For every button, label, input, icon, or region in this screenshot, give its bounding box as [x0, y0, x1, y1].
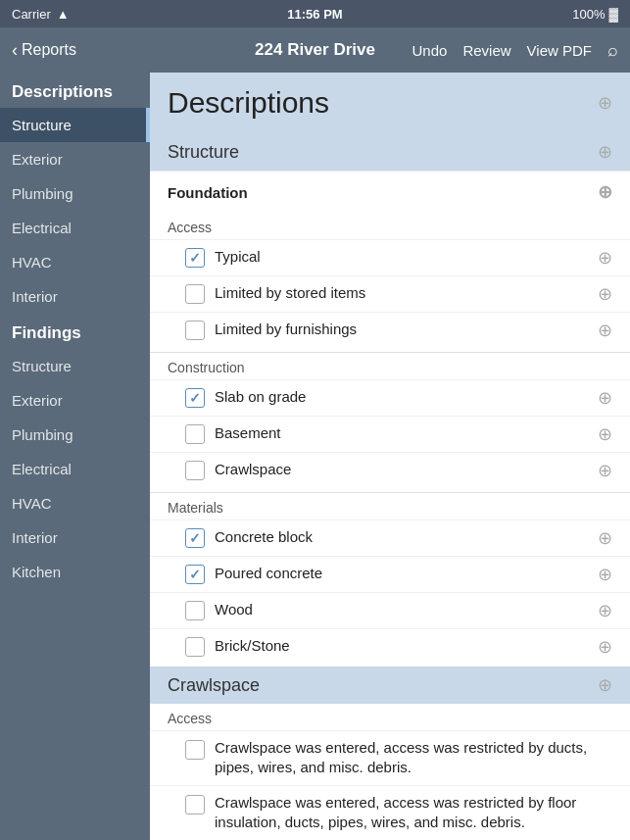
- subsection-foundation-label: Foundation: [168, 184, 248, 201]
- sidebar-item-electrical-find[interactable]: Electrical: [0, 452, 150, 486]
- sidebar: Descriptions Structure Exterior Plumbing…: [0, 73, 150, 840]
- sidebar-item-label: Plumbing: [12, 426, 73, 443]
- list-item: Limited by stored items ⊕: [150, 275, 630, 312]
- list-item: Slab on grade ⊕: [150, 379, 630, 416]
- status-bar-right: 100% ▓: [572, 7, 618, 22]
- list-item: Limited by furnishings ⊕: [150, 312, 630, 348]
- list-item: Poured concrete ⊕: [150, 556, 630, 592]
- sidebar-item-kitchen-find[interactable]: Kitchen: [0, 555, 150, 589]
- group-construction-label: Construction: [150, 352, 630, 379]
- checkbox-crawlspace-construction[interactable]: [185, 461, 205, 480]
- checkbox-label-basement: Basement: [215, 423, 281, 443]
- checkbox-typical[interactable]: [185, 248, 205, 268]
- subsection-crawlspace-plus-icon[interactable]: ⊕: [598, 674, 612, 696]
- undo-button[interactable]: Undo: [412, 42, 448, 59]
- content-header-plus-icon[interactable]: ⊕: [598, 92, 612, 114]
- sidebar-item-interior-find[interactable]: Interior: [0, 520, 150, 555]
- checkbox-label-crawlspace-access-2: Crawlspace was entered, access was restr…: [215, 793, 612, 833]
- item-wood-plus-icon[interactable]: ⊕: [598, 600, 612, 621]
- checkbox-label-typical: Typical: [215, 247, 261, 267]
- sidebar-item-plumbing-find[interactable]: Plumbing: [0, 418, 150, 452]
- sidebar-item-label: Structure: [12, 117, 72, 133]
- main-layout: Descriptions Structure Exterior Plumbing…: [0, 73, 630, 840]
- checkbox-label-limited-furnishings: Limited by furnishings: [215, 320, 357, 339]
- status-bar: Carrier ▲ 11:56 PM 100% ▓: [0, 0, 630, 27]
- checkbox-label-slab-on-grade: Slab on grade: [215, 387, 306, 407]
- sidebar-item-structure-find[interactable]: Structure: [0, 349, 150, 383]
- item-brick-stone-plus-icon[interactable]: ⊕: [598, 636, 612, 658]
- sidebar-item-label: Exterior: [12, 151, 63, 168]
- list-item: Crawlspace ⊕: [150, 452, 630, 488]
- checkbox-limited-furnishings[interactable]: [185, 321, 205, 340]
- sidebar-item-structure-desc[interactable]: Structure: [0, 108, 150, 142]
- list-item: Concrete block ⊕: [150, 519, 630, 556]
- item-concrete-block-plus-icon[interactable]: ⊕: [598, 527, 612, 549]
- review-button[interactable]: Review: [462, 42, 510, 59]
- sidebar-section-descriptions[interactable]: Descriptions: [0, 73, 150, 108]
- checkbox-label-poured-concrete: Poured concrete: [215, 564, 322, 583]
- sidebar-item-label: Electrical: [12, 220, 72, 236]
- sidebar-item-label: Interior: [12, 529, 58, 546]
- back-button[interactable]: ‹ Reports: [12, 40, 76, 61]
- nav-bar: ‹ Reports 224 River Drive Undo Review Vi…: [0, 27, 630, 73]
- sidebar-item-label: Interior: [12, 288, 58, 305]
- list-item: Crawlspace was entered, access was restr…: [150, 785, 630, 840]
- section-structure-plus-icon[interactable]: ⊕: [598, 141, 612, 163]
- item-limited-stored-plus-icon[interactable]: ⊕: [598, 283, 612, 305]
- list-item: Typical ⊕: [150, 239, 630, 275]
- sidebar-item-exterior-find[interactable]: Exterior: [0, 383, 150, 418]
- sidebar-item-label: HVAC: [12, 495, 52, 512]
- view-pdf-button[interactable]: View PDF: [527, 42, 592, 59]
- content-header: Descriptions ⊕: [150, 73, 630, 133]
- sidebar-item-hvac-find[interactable]: HVAC: [0, 486, 150, 520]
- item-basement-plus-icon[interactable]: ⊕: [598, 423, 612, 445]
- list-item: Crawlspace was entered, access was restr…: [150, 730, 630, 785]
- item-limited-furnishings-plus-icon[interactable]: ⊕: [598, 320, 612, 341]
- sidebar-item-interior-desc[interactable]: Interior: [0, 279, 150, 314]
- sidebar-section-label-descriptions: Descriptions: [12, 82, 113, 102]
- item-crawlspace-plus-icon[interactable]: ⊕: [598, 460, 612, 481]
- sidebar-item-label: HVAC: [12, 254, 52, 271]
- group-materials-label: Materials: [150, 492, 630, 519]
- section-structure-label: Structure: [168, 142, 239, 163]
- subsection-crawlspace-label: Crawlspace: [168, 675, 260, 696]
- checkbox-basement[interactable]: [185, 424, 205, 444]
- checkbox-label-wood: Wood: [215, 600, 253, 619]
- sidebar-item-label: Electrical: [12, 461, 72, 477]
- content-area: Descriptions ⊕ Structure ⊕ Foundation ⊕ …: [150, 73, 630, 840]
- checkbox-wood[interactable]: [185, 601, 205, 620]
- nav-title: 224 River Drive: [255, 40, 375, 60]
- checkbox-crawlspace-access-1[interactable]: [185, 740, 205, 760]
- checkbox-slab-on-grade[interactable]: [185, 388, 205, 408]
- checkbox-crawlspace-access-2[interactable]: [185, 795, 205, 815]
- checkbox-label-concrete-block: Concrete block: [215, 527, 313, 547]
- checkbox-label-brick-stone: Brick/Stone: [215, 636, 290, 656]
- nav-actions: Undo Review View PDF ⌕: [412, 40, 618, 61]
- battery-label: 100%: [572, 7, 605, 22]
- checkbox-concrete-block[interactable]: [185, 528, 205, 548]
- search-button[interactable]: ⌕: [607, 40, 618, 61]
- status-bar-time: 11:56 PM: [287, 7, 342, 22]
- sidebar-item-label: Plumbing: [12, 185, 73, 202]
- checkbox-label-crawlspace-construction: Crawlspace: [215, 460, 291, 479]
- checkbox-limited-stored[interactable]: [185, 284, 205, 304]
- section-structure-header: Structure ⊕: [150, 133, 630, 171]
- list-item: Wood ⊕: [150, 592, 630, 628]
- page-title: Descriptions: [168, 86, 329, 120]
- sidebar-item-label: Kitchen: [12, 564, 61, 580]
- sidebar-item-exterior-desc[interactable]: Exterior: [0, 142, 150, 176]
- sidebar-item-electrical-desc[interactable]: Electrical: [0, 211, 150, 245]
- checkbox-poured-concrete[interactable]: [185, 565, 205, 584]
- list-item: Basement ⊕: [150, 416, 630, 452]
- subsection-crawlspace: Crawlspace ⊕: [150, 667, 630, 704]
- sidebar-item-plumbing-desc[interactable]: Plumbing: [0, 176, 150, 211]
- subsection-foundation-plus-icon[interactable]: ⊕: [598, 181, 612, 203]
- sidebar-section-findings[interactable]: Findings: [0, 314, 150, 349]
- item-poured-concrete-plus-icon[interactable]: ⊕: [598, 564, 612, 585]
- item-slab-plus-icon[interactable]: ⊕: [598, 387, 612, 409]
- list-item: Brick/Stone ⊕: [150, 628, 630, 665]
- checkbox-brick-stone[interactable]: [185, 637, 205, 657]
- sidebar-item-hvac-desc[interactable]: HVAC: [0, 245, 150, 279]
- sidebar-item-label: Structure: [12, 358, 72, 374]
- item-typical-plus-icon[interactable]: ⊕: [598, 247, 612, 269]
